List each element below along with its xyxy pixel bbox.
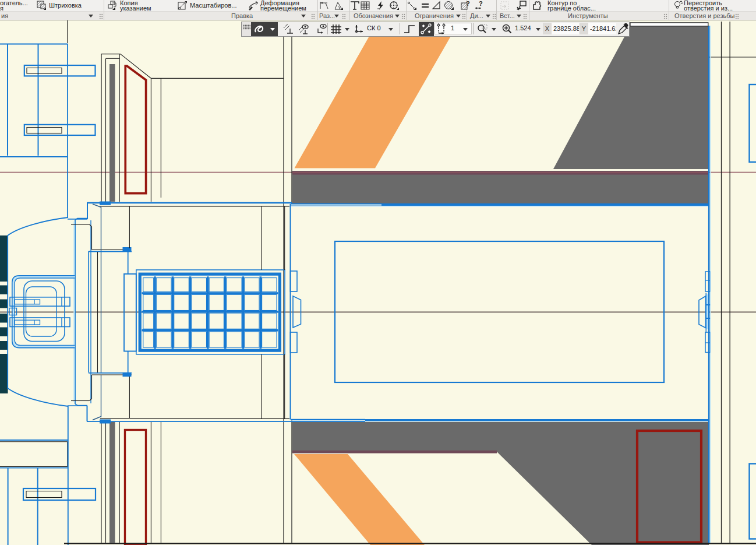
svg-text:?: ? [479, 1, 483, 7]
svg-text:?: ? [466, 1, 470, 7]
